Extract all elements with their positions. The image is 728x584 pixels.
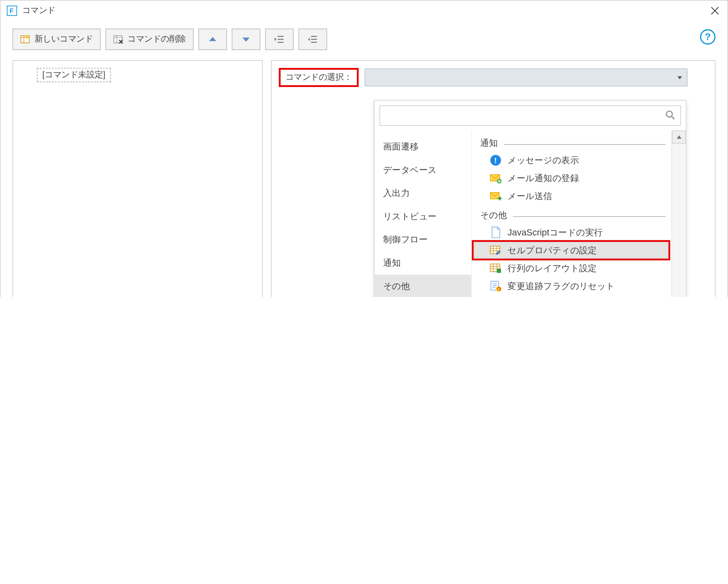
cmd-download-file[interactable]: 登録ファイルのダウンロード [473,295,671,297]
command-placeholder[interactable]: [コマンド未設定] [37,68,111,82]
layout-icon [490,262,501,274]
scroll-up-button[interactable] [672,130,685,144]
scroll-track[interactable] [672,144,685,297]
app-icon: F [7,5,17,16]
select-command-label: コマンドの選択： [279,68,359,87]
cmd-show-message[interactable]: !メッセージの表示 [473,151,671,169]
svg-marker-39 [676,135,681,139]
window-title: コマンド [22,5,55,16]
category-screen-transition[interactable]: 画面遷移 [374,135,471,159]
move-down-button[interactable] [232,28,260,50]
command-list-panel: [コマンド未設定] [12,60,263,297]
search-input[interactable] [385,110,665,121]
command-picker-list: 通知 !メッセージの表示 メール通知の登録 メール送信 その他 JavaScri… [471,130,686,297]
cmd-run-js[interactable]: JavaScriptコードの実行 [473,224,671,242]
search-input-wrap [380,106,681,126]
category-notification[interactable]: 通知 [374,252,471,275]
dialog-body: [コマンド未設定] コマンドの選択： 画面遷移 [1,52,727,297]
category-control-flow[interactable]: 制御フロー [374,228,471,252]
info-icon: ! [490,154,501,166]
mail-send-icon [490,190,501,202]
command-select-dropdown[interactable] [365,69,687,86]
delete-command-label: コマンドの削除 [127,34,186,45]
indent-button[interactable] [298,28,327,50]
new-command-button[interactable]: 新しいコマンド [12,28,101,50]
new-command-label: 新しいコマンド [34,34,93,45]
mail-add-icon [490,172,501,184]
category-list: 画面遷移 データベース 入出力 リストビュー 制御フロー 通知 その他 [374,130,471,297]
outdent-button[interactable] [265,28,294,50]
svg-rect-17 [497,269,501,273]
cmd-send-mail[interactable]: メール送信 [473,187,671,205]
select-row: コマンドの選択： [279,68,708,87]
cmd-register-mail[interactable]: メール通知の登録 [473,169,671,187]
svg-marker-5 [209,37,216,41]
move-up-button[interactable] [199,28,227,50]
cmd-row-col-layout[interactable]: 行列のレイアウト設定 [473,259,671,277]
js-file-icon [490,226,501,238]
category-io[interactable]: 入出力 [374,182,471,205]
category-other[interactable]: その他 [374,275,471,297]
cmd-set-cell-property[interactable]: セルプロパティの設定 [473,241,669,259]
toolbar: 新しいコマンド コマンドの削除 [1,27,727,52]
title-bar: F コマンド [1,1,727,21]
close-button[interactable] [708,4,721,17]
svg-text:!: ! [494,156,497,165]
help-button[interactable]: ? [700,29,716,45]
search-icon [665,109,676,122]
group-header-other: その他 [473,205,671,224]
category-database[interactable]: データベース [374,158,471,182]
svg-marker-6 [242,37,250,42]
scrollbar[interactable] [671,130,685,297]
cell-property-icon [490,244,501,256]
delete-command-button[interactable]: コマンドの削除 [106,28,194,50]
cmd-reset-change-flag[interactable]: 変更追跡フラグのリセット [473,277,671,295]
group-header-notification: 通知 [473,133,671,151]
category-listview[interactable]: リストビュー [374,205,471,228]
help-icon: ? [705,31,711,42]
svg-point-9 [667,111,673,117]
flag-reset-icon [490,280,501,292]
svg-marker-7 [275,37,276,41]
svg-marker-8 [308,37,310,41]
dialog-window: F コマンド 新しいコマンド コマンドの削除 ? [コマンド未 [0,0,728,297]
svg-text:F: F [9,7,14,15]
command-detail-panel: コマンドの選択： 画面遷移 データベース 入出力 [271,60,716,297]
command-picker-popup: 画面遷移 データベース 入出力 リストビュー 制御フロー 通知 その他 通知 !… [374,100,686,297]
